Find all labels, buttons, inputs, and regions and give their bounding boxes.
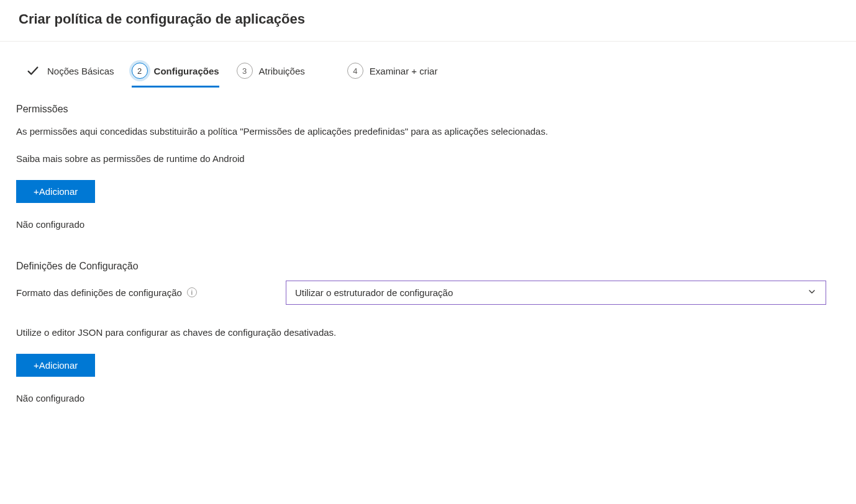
step-num-3: 3 — [237, 63, 253, 79]
config-format-row: Formato das definições de configuração i… — [16, 281, 840, 305]
step-configurations-label: Configurações — [154, 66, 219, 76]
step-review[interactable]: 4 Examinar + criar — [347, 63, 438, 79]
page-header: Criar política de configuração de aplica… — [0, 0, 856, 42]
info-icon[interactable]: i — [187, 287, 197, 297]
config-helper-text: Utilize o editor JSON para configurar as… — [16, 327, 840, 338]
check-icon — [25, 63, 41, 79]
config-settings-title: Definições de Configuração — [16, 261, 840, 272]
step-configurations[interactable]: 2 Configurações — [132, 63, 219, 79]
content-area: Noções Básicas 2 Configurações 3 Atribui… — [0, 42, 856, 403]
wizard-stepper: Noções Básicas 2 Configurações 3 Atribui… — [14, 42, 842, 85]
permissions-status: Não configurado — [16, 219, 840, 230]
step-assignments-label: Atribuições — [259, 66, 305, 76]
step-basics-label: Noções Básicas — [47, 66, 114, 76]
page-title: Criar política de configuração de aplica… — [19, 11, 837, 27]
config-format-label-wrap: Formato das definições de configuração i — [16, 287, 271, 298]
permissions-learn-more-link[interactable]: Saiba mais sobre as permissões de runtim… — [16, 153, 840, 164]
config-add-button[interactable]: +Adicionar — [16, 354, 95, 377]
chevron-down-icon — [807, 287, 817, 299]
permissions-section: Permissões As permissões aqui concedidas… — [14, 85, 842, 403]
permissions-title: Permissões — [16, 104, 840, 115]
step-review-label: Examinar + criar — [370, 66, 438, 76]
step-assignments[interactable]: 3 Atribuições — [237, 63, 305, 79]
config-format-label: Formato das definições de configuração — [16, 287, 182, 298]
config-status: Não configurado — [16, 393, 840, 403]
permissions-description: As permissões aqui concedidas substituir… — [16, 125, 840, 138]
active-step-underline — [132, 86, 219, 88]
step-basics[interactable]: Noções Básicas — [25, 63, 114, 79]
step-num-2: 2 — [132, 63, 148, 79]
config-format-selected-value: Utilizar o estruturador de configuração — [295, 287, 453, 298]
step-num-4: 4 — [347, 63, 363, 79]
config-format-select[interactable]: Utilizar o estruturador de configuração — [286, 281, 826, 305]
permissions-add-button[interactable]: +Adicionar — [16, 180, 95, 203]
